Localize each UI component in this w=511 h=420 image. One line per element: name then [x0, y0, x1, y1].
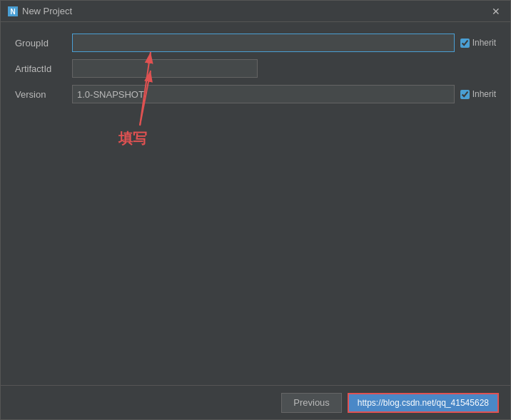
groupid-inherit-checkbox[interactable]: [460, 39, 470, 48]
title-bar-left: N New Project: [8, 6, 72, 16]
dialog-footer: Previous https://blog.csdn.net/qq_415456…: [1, 385, 510, 419]
next-button[interactable]: https://blog.csdn.net/qq_41545628: [348, 393, 499, 413]
version-input[interactable]: [72, 85, 455, 103]
title-bar: N New Project ✕: [1, 1, 510, 22]
svg-text:N: N: [10, 8, 15, 16]
groupid-row: GroupId Inherit: [15, 34, 496, 52]
version-label: Version: [15, 89, 72, 100]
artifactid-input[interactable]: [72, 59, 258, 78]
groupid-label: GroupId: [15, 38, 72, 48]
artifactid-row: ArtifactId: [15, 59, 496, 78]
version-inherit: Inherit: [460, 89, 496, 99]
dialog-title: New Project: [22, 6, 72, 16]
dialog-icon: N: [8, 6, 18, 16]
artifactid-label: ArtifactId: [15, 63, 72, 74]
close-button[interactable]: ✕: [489, 4, 503, 19]
groupid-inherit: Inherit: [460, 38, 496, 48]
version-row: Version Inherit: [15, 85, 496, 103]
previous-button[interactable]: Previous: [281, 393, 342, 413]
annotation-text: 填写: [118, 130, 147, 146]
groupid-inherit-label: Inherit: [472, 38, 496, 48]
dialog-content: GroupId Inherit ArtifactId Version Inher…: [1, 22, 510, 385]
new-project-dialog: N New Project ✕ GroupId Inherit Artifact…: [0, 0, 511, 420]
version-inherit-label: Inherit: [472, 89, 496, 99]
version-inherit-checkbox[interactable]: [460, 90, 470, 99]
groupid-input[interactable]: [72, 34, 455, 52]
